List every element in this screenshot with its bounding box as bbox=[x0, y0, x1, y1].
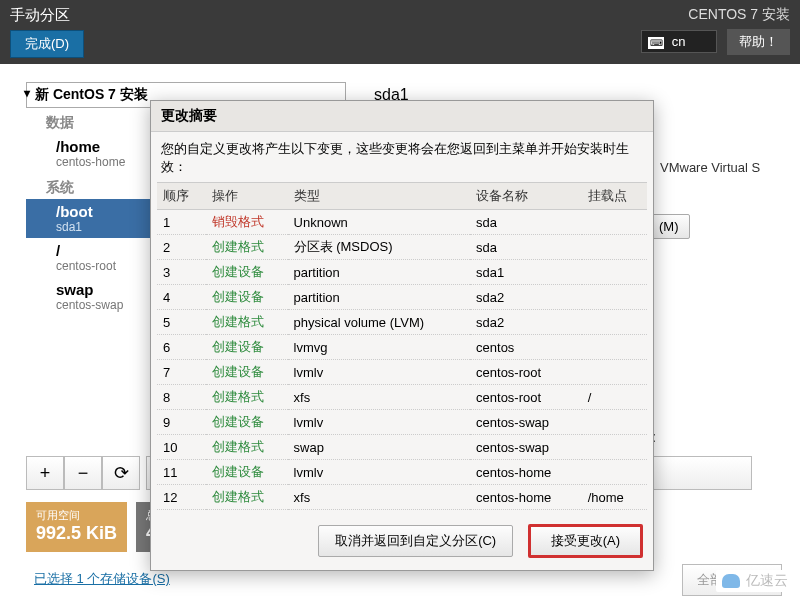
cell-action: 创建设备 bbox=[206, 360, 288, 385]
cell-mount: / bbox=[582, 385, 647, 410]
table-row[interactable]: 11创建设备lvmlvcentos-home bbox=[157, 460, 647, 485]
cell-type: Unknown bbox=[288, 210, 470, 235]
cell-order: 9 bbox=[157, 410, 206, 435]
cell-mount bbox=[582, 285, 647, 310]
table-row[interactable]: 10创建格式swapcentos-swap bbox=[157, 435, 647, 460]
cell-mount bbox=[582, 335, 647, 360]
cell-type: swap bbox=[288, 435, 470, 460]
cell-order: 3 bbox=[157, 260, 206, 285]
table-row[interactable]: 3创建设备partitionsda1 bbox=[157, 260, 647, 285]
selected-devices-link[interactable]: 已选择 1 个存储设备(S) bbox=[34, 570, 170, 588]
watermark: 亿速云 bbox=[716, 570, 794, 592]
help-button[interactable]: 帮助！ bbox=[727, 29, 790, 55]
modal-description: 您的自定义更改将产生以下变更，这些变更将会在您返回到主菜单并开始安装时生效： bbox=[151, 132, 653, 182]
col-device: 设备名称 bbox=[470, 183, 582, 210]
cell-mount bbox=[582, 210, 647, 235]
cell-action: 创建格式 bbox=[206, 485, 288, 510]
col-order: 顺序 bbox=[157, 183, 206, 210]
cell-action: 创建设备 bbox=[206, 335, 288, 360]
table-row[interactable]: 1销毁格式Unknownsda bbox=[157, 210, 647, 235]
cell-order: 1 bbox=[157, 210, 206, 235]
table-row[interactable]: 9创建设备lvmlvcentos-swap bbox=[157, 410, 647, 435]
keyboard-icon: ⌨ bbox=[648, 37, 664, 49]
cell-order: 8 bbox=[157, 385, 206, 410]
add-partition-button[interactable]: + bbox=[26, 456, 64, 490]
cell-device: centos bbox=[470, 335, 582, 360]
cell-device: centos-root bbox=[470, 385, 582, 410]
cell-mount: /home bbox=[582, 485, 647, 510]
cell-action: 创建格式 bbox=[206, 310, 288, 335]
device-model-label: VMware Virtual S bbox=[660, 160, 760, 175]
cell-action: 创建格式 bbox=[206, 235, 288, 260]
watermark-text: 亿速云 bbox=[746, 572, 788, 588]
col-action: 操作 bbox=[206, 183, 288, 210]
col-type: 类型 bbox=[288, 183, 470, 210]
table-row[interactable]: 8创建格式xfscentos-root/ bbox=[157, 385, 647, 410]
cell-type: xfs bbox=[288, 485, 470, 510]
cell-mount bbox=[582, 235, 647, 260]
cell-device: centos-swap bbox=[470, 410, 582, 435]
cell-device: sda bbox=[470, 210, 582, 235]
cell-mount bbox=[582, 410, 647, 435]
cell-mount bbox=[582, 460, 647, 485]
cell-action: 创建设备 bbox=[206, 285, 288, 310]
table-row[interactable]: 5创建格式physical volume (LVM)sda2 bbox=[157, 310, 647, 335]
cell-device: centos-home bbox=[470, 485, 582, 510]
cell-action: 销毁格式 bbox=[206, 210, 288, 235]
table-row[interactable]: 6创建设备lvmvgcentos bbox=[157, 335, 647, 360]
changes-table: 顺序 操作 类型 设备名称 挂载点 1销毁格式Unknownsda2创建格式分区… bbox=[157, 182, 647, 510]
cell-order: 5 bbox=[157, 310, 206, 335]
available-space-label: 可用空间 bbox=[36, 508, 117, 523]
keyboard-layout-selector[interactable]: ⌨ cn bbox=[641, 30, 716, 53]
table-row[interactable]: 2创建格式分区表 (MSDOS)sda bbox=[157, 235, 647, 260]
cell-action: 创建设备 bbox=[206, 260, 288, 285]
cell-type: physical volume (LVM) bbox=[288, 310, 470, 335]
table-row[interactable]: 12创建格式xfscentos-home/home bbox=[157, 485, 647, 510]
cell-device: sda bbox=[470, 235, 582, 260]
cell-mount bbox=[582, 260, 647, 285]
cell-mount bbox=[582, 310, 647, 335]
cell-device: centos-swap bbox=[470, 435, 582, 460]
cell-mount bbox=[582, 360, 647, 385]
cell-device: centos-home bbox=[470, 460, 582, 485]
cell-action: 创建格式 bbox=[206, 385, 288, 410]
cloud-icon bbox=[722, 574, 740, 588]
col-mount: 挂载点 bbox=[582, 183, 647, 210]
cell-type: lvmvg bbox=[288, 335, 470, 360]
cell-order: 10 bbox=[157, 435, 206, 460]
table-row[interactable]: 4创建设备partitionsda2 bbox=[157, 285, 647, 310]
cell-type: lvmlv bbox=[288, 460, 470, 485]
cell-order: 11 bbox=[157, 460, 206, 485]
cell-action: 创建设备 bbox=[206, 410, 288, 435]
remove-partition-button[interactable]: − bbox=[64, 456, 102, 490]
modify-device-button[interactable]: (M) bbox=[648, 214, 690, 239]
done-button[interactable]: 完成(D) bbox=[10, 30, 84, 58]
cell-type: lvmlv bbox=[288, 360, 470, 385]
cell-action: 创建设备 bbox=[206, 460, 288, 485]
cell-device: centos-root bbox=[470, 360, 582, 385]
cell-order: 7 bbox=[157, 360, 206, 385]
cancel-button[interactable]: 取消并返回到自定义分区(C) bbox=[318, 525, 513, 557]
cell-action: 创建格式 bbox=[206, 435, 288, 460]
top-bar: 手动分区 完成(D) CENTOS 7 安装 ⌨ cn 帮助！ bbox=[0, 0, 800, 64]
cell-order: 6 bbox=[157, 335, 206, 360]
keyboard-layout-label: cn bbox=[672, 34, 686, 49]
cell-device: sda1 bbox=[470, 260, 582, 285]
available-space-box: 可用空间 992.5 KiB bbox=[26, 502, 127, 552]
table-row[interactable]: 7创建设备lvmlvcentos-root bbox=[157, 360, 647, 385]
modal-title: 更改摘要 bbox=[151, 101, 653, 132]
cell-type: xfs bbox=[288, 385, 470, 410]
reload-button[interactable]: ⟳ bbox=[102, 456, 140, 490]
cell-device: sda2 bbox=[470, 310, 582, 335]
cell-type: partition bbox=[288, 260, 470, 285]
installer-title: CENTOS 7 安装 bbox=[641, 6, 790, 24]
cell-device: sda2 bbox=[470, 285, 582, 310]
cell-order: 12 bbox=[157, 485, 206, 510]
available-space-value: 992.5 KiB bbox=[36, 523, 117, 544]
summary-modal: 更改摘要 您的自定义更改将产生以下变更，这些变更将会在您返回到主菜单并开始安装时… bbox=[150, 100, 654, 571]
accept-button[interactable]: 接受更改(A) bbox=[528, 524, 643, 558]
cell-type: lvmlv bbox=[288, 410, 470, 435]
cell-type: 分区表 (MSDOS) bbox=[288, 235, 470, 260]
cell-order: 4 bbox=[157, 285, 206, 310]
page-title: 手动分区 bbox=[10, 6, 70, 25]
